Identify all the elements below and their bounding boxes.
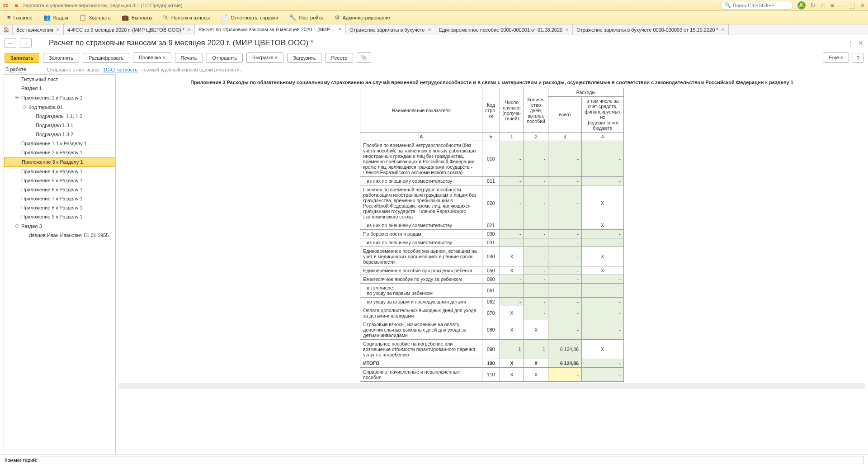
bell-icon[interactable]: 🔔 [797,1,806,9]
tree-item-8[interactable]: Приложение 2 к Разделу 1 [4,148,115,157]
hamburger-icon[interactable]: ≡ [14,2,18,9]
cell-c3[interactable]: - [548,177,581,185]
cell-c1[interactable]: - [500,141,524,177]
cell-c1[interactable]: X [500,359,524,368]
cell-c1[interactable]: 1 [500,340,524,359]
cell-c2[interactable]: - [524,298,548,306]
cell-c3[interactable]: 6 124,86 [548,340,581,359]
cell-c4[interactable]: - [581,359,623,368]
forward-button[interactable]: → [20,38,32,48]
tree-item-1[interactable]: Раздел 1 [4,84,115,93]
menu-icon[interactable]: ≡ [830,2,834,9]
status-inwork[interactable]: В работе [5,66,26,72]
cell-c2[interactable]: - [524,230,548,238]
menu-payments[interactable]: 💼Выплаты [117,12,157,23]
menu-salary[interactable]: 📋Зарплата [75,12,115,23]
cell-c3[interactable]: - [548,238,581,247]
write-button[interactable]: Записать [5,53,39,63]
close-icon[interactable]: ✕ [56,27,60,32]
cell-c1[interactable]: - [500,177,524,185]
cell-c1[interactable]: X [500,306,524,320]
cell-c3[interactable]: - [548,298,581,306]
close-window-icon[interactable]: ✕ [860,2,865,9]
tree-item-4[interactable]: Подразделы 1.1, 1.2 [4,112,115,121]
tree-item-9[interactable]: Приложение 3 к Разделу 1 [4,157,115,167]
menu-hr[interactable]: 👥Кадры [39,12,73,23]
menu-taxes[interactable]: %Налоги и взносы [159,12,214,23]
tab-3[interactable]: Отражение зарплаты в бухучете✕ [346,24,435,35]
cell-c2[interactable]: X [524,368,548,382]
cell-c3[interactable]: - [548,221,581,230]
content-panel[interactable]: Приложение 3 Расходы по обязательному со… [116,74,868,465]
cell-c4[interactable]: - [581,141,623,177]
cell-c3[interactable]: - [548,247,581,266]
history-icon[interactable]: ↻ [810,2,816,9]
decode-button[interactable]: Расшифровать [83,53,129,63]
cell-c4[interactable]: X [581,221,623,230]
cell-c2[interactable]: - [524,177,548,185]
send-button[interactable]: Отправить [207,53,243,63]
cell-c1[interactable]: - [500,221,524,230]
tree-item-0[interactable]: Титульный лист [4,75,115,84]
cell-c4[interactable]: - [581,238,623,247]
cell-c1[interactable]: - [500,298,524,306]
maximize-icon[interactable]: ⬚ [849,2,855,9]
tree-item-11[interactable]: Приложение 5 к Разделу 1 [4,176,115,185]
print-button[interactable]: Печать [175,53,203,63]
tree-item-17[interactable]: Иванов Иван Иванович 01.01.1955 [4,231,115,240]
cell-c1[interactable]: X [500,368,524,382]
tree-item-12[interactable]: Приложение 6 к Разделу 1 [4,185,115,194]
cell-c3[interactable]: - [548,230,581,238]
cell-c3[interactable]: - [548,185,581,221]
tree-expand-icon[interactable]: ⊖ [15,95,20,100]
cell-c4[interactable]: - [581,298,623,306]
menu-reports[interactable]: 📄Отчетность, справки [216,12,283,23]
cell-c4[interactable]: X [581,266,623,275]
tree-item-2[interactable]: ⊖Приложение 1 к Разделу 1 [4,93,115,102]
tree-item-5[interactable]: Подраздел 1.3.1 [4,121,115,130]
close-icon[interactable]: ✕ [338,27,342,32]
cell-c1[interactable]: X [500,320,524,340]
close-icon[interactable]: ✕ [721,27,725,32]
cell-c2[interactable]: - [524,238,548,247]
tree-expand-icon[interactable]: ⊖ [22,104,28,110]
comment-input[interactable] [40,456,863,464]
tree-item-15[interactable]: Приложение 9 к Разделу 1 [4,212,115,221]
cell-c2[interactable]: 1 [524,340,548,359]
cell-c4[interactable]: - [581,230,623,238]
cell-c4[interactable]: - [581,306,623,320]
cell-c3[interactable]: - [548,275,581,284]
close-icon[interactable]: ✕ [428,27,431,32]
cell-c1[interactable]: X [500,247,524,266]
cell-c4[interactable]: X [581,185,623,221]
cell-c1[interactable]: - [500,185,524,221]
tab-5[interactable]: Отражение зарплаты в бухучете 0000-00000… [573,24,729,35]
tree-panel[interactable]: Титульный листРаздел 1⊖Приложение 1 к Ра… [4,74,116,465]
cell-c2[interactable]: - [524,306,548,320]
cell-c2[interactable]: - [524,275,548,284]
cell-c2[interactable]: - [524,284,548,298]
global-search[interactable]: 🔍 [721,1,793,9]
minimize-icon[interactable]: — [839,2,845,9]
cell-c1[interactable]: X [500,266,524,275]
attach-button[interactable]: 📎 [357,52,371,63]
cell-c3[interactable]: - [548,306,581,320]
menu-admin[interactable]: ⚙Администрирование [330,12,395,23]
cell-c4[interactable]: - [581,275,623,284]
download-button[interactable]: Загрузить [287,53,321,63]
cell-c2[interactable]: - [524,221,548,230]
horizontal-scrollbar[interactable] [118,384,865,389]
star-icon[interactable]: ☆ [820,2,826,9]
close-page-icon[interactable]: ✕ [858,39,863,47]
tree-item-6[interactable]: Подраздел 1.3.2 [4,130,115,139]
cell-c1[interactable]: - [500,230,524,238]
cell-c2[interactable]: - [524,141,548,177]
cell-c3[interactable]: - [548,368,581,382]
tree-item-7[interactable]: Приложение 1.1 к Разделу 1 [4,139,115,148]
menu-settings[interactable]: 🔧Настройка [284,12,328,23]
cell-c3[interactable]: 6 124,86 [548,359,581,368]
tree-expand-icon[interactable]: ⊖ [15,223,20,229]
help-button[interactable]: ? [853,53,863,63]
close-icon[interactable]: ✕ [187,27,191,32]
tab-4[interactable]: Единовременное пособие 0000-000001 от 01… [435,24,573,35]
